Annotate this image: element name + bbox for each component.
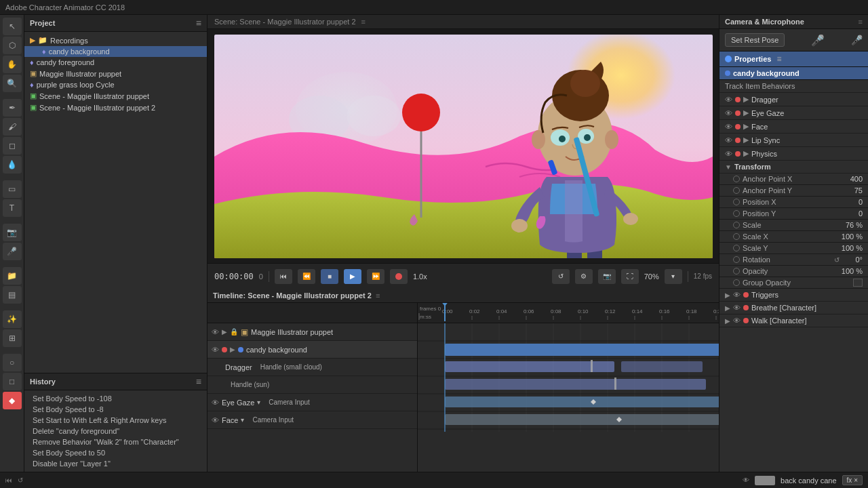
history-item-4[interactable]: Remove Behavior "Walk 2" from "Character… (24, 436, 207, 447)
settings-btn[interactable]: ⚙ (575, 269, 593, 284)
tree-item-recordings[interactable]: ▶ 📁 Recordings (24, 35, 207, 46)
eye-face2[interactable]: 👁 (725, 123, 732, 131)
face-dropdown[interactable]: ▾ (241, 416, 244, 424)
eye-bottom[interactable]: 👁 (743, 476, 749, 484)
webcam-btn[interactable]: 📷 (598, 269, 616, 284)
tool-arrow[interactable]: ↖ (3, 18, 22, 35)
tool-eyedrop[interactable]: 💧 (3, 156, 22, 174)
transform-header[interactable]: ▼ Transform (719, 161, 868, 174)
expand-candy-bg[interactable]: ▶ (230, 346, 235, 353)
tool-diamond[interactable]: ◆ (3, 392, 22, 409)
bottom-back[interactable]: ↺ (18, 476, 23, 484)
expand-face[interactable]: ▶ (743, 122, 749, 131)
properties-menu[interactable]: ≡ (776, 54, 781, 64)
tool-hand[interactable]: ✋ (3, 56, 22, 73)
eye-lipsync[interactable]: 👁 (725, 136, 732, 144)
tree-item-candy-bg[interactable]: ♦ candy background (24, 46, 207, 57)
scene-menu[interactable]: ≡ (361, 18, 366, 26)
walk-expand[interactable]: ▶ (725, 317, 730, 325)
tree-item-purple[interactable]: ♦ purple grass loop Cycle (24, 79, 207, 90)
expand-dragger[interactable]: ▶ (743, 95, 749, 104)
tool-pen[interactable]: ✒ (3, 99, 22, 117)
tool-rectangle[interactable]: ▭ (3, 180, 22, 198)
radio-rotation[interactable] (733, 256, 740, 263)
history-menu-btn[interactable]: ≡ (196, 376, 201, 387)
triggers-expand[interactable]: ▶ (725, 291, 730, 299)
skip-back-btn[interactable]: ⏮ (275, 269, 292, 284)
expand-puppet[interactable]: ▶ (222, 328, 227, 336)
rest-pose-btn[interactable]: Set Rest Pose (725, 33, 785, 47)
history-item-1[interactable]: Set Body Speed to -8 (24, 404, 207, 415)
step-back-btn[interactable]: ⏪ (298, 269, 315, 284)
radio-scale[interactable] (733, 222, 740, 228)
history-item-0[interactable]: Set Body Speed to -108 (24, 393, 207, 404)
play-btn[interactable]: ▶ (344, 269, 361, 284)
expand-eyegaze[interactable]: ▶ (743, 108, 749, 117)
eye-triggers[interactable]: 👁 (733, 291, 741, 299)
history-item-6[interactable]: Disable Layer "Layer 1" (24, 458, 207, 469)
project-menu-btn[interactable]: ≡ (196, 18, 201, 28)
timeline-menu[interactable]: ≡ (376, 291, 380, 300)
mic-icon[interactable]: 🎤 (811, 34, 825, 47)
eye-physics[interactable]: 👁 (725, 150, 732, 158)
breathe-expand[interactable]: ▶ (725, 304, 730, 312)
tool-eraser[interactable]: ◻ (3, 137, 22, 155)
fullscreen-btn[interactable]: ⛶ (621, 269, 639, 284)
record-btn[interactable] (390, 269, 408, 284)
tool-effects[interactable]: ✨ (3, 310, 22, 328)
tool-folder[interactable]: 📁 (3, 267, 22, 285)
camera-icon[interactable]: 🎤 (851, 35, 863, 45)
tool-text[interactable]: T (3, 199, 22, 217)
stop-btn[interactable]: ■ (321, 269, 338, 284)
triggers-row[interactable]: ▶ 👁 Triggers (719, 289, 868, 302)
tool-circle[interactable]: ○ (3, 354, 22, 371)
history-item-2[interactable]: Set Start to With Left & Right Arrow key… (24, 415, 207, 426)
tree-item-scene1[interactable]: ▣ Scene - Maggie Illustrator puppet (24, 90, 207, 102)
tool-puppet[interactable]: ⊞ (3, 329, 22, 347)
behavior-dragger[interactable]: 👁 ▶ Dragger (719, 93, 868, 106)
tool-brush[interactable]: 🖌 (3, 118, 22, 136)
tool-square[interactable]: □ (3, 373, 22, 390)
tool-layers[interactable]: ▤ (3, 286, 22, 304)
fx-btn[interactable]: fx × (842, 475, 863, 485)
eye-eyegaze[interactable]: 👁 (212, 399, 219, 407)
radio-pos-y[interactable] (733, 210, 740, 217)
tree-item-scene2[interactable]: ▣ Scene - Maggie Illustrator puppet 2 (24, 102, 207, 113)
eye-eyegaze2[interactable]: 👁 (725, 109, 732, 117)
radio-scale-x[interactable] (733, 233, 740, 240)
eye-breathe[interactable]: 👁 (733, 304, 741, 312)
radio-scale-y[interactable] (733, 245, 740, 251)
tool-mic[interactable]: 🎤 (3, 243, 22, 260)
behavior-lipsync[interactable]: 👁 ▶ Lip Sync (719, 134, 868, 147)
eye-walk[interactable]: 👁 (733, 317, 741, 325)
loop-btn[interactable]: ↺ (552, 269, 570, 284)
tree-item-puppet[interactable]: ▣ Maggie Illustrator puppet (24, 68, 207, 79)
tool-camera[interactable]: 📷 (3, 224, 22, 241)
history-item-3[interactable]: Delete "candy foreground" (24, 426, 207, 436)
zoom-dropdown[interactable]: ▾ (665, 269, 682, 284)
history-item-5[interactable]: Set Body Speed to 50 (24, 447, 207, 458)
transform-expand[interactable]: ▼ (725, 163, 732, 171)
expand-physics[interactable]: ▶ (743, 149, 749, 158)
behavior-eyegaze[interactable]: 👁 ▶ Eye Gaze (719, 106, 868, 120)
eye-candy-bg[interactable]: 👁 (212, 346, 219, 354)
radio-opacity[interactable] (733, 268, 740, 274)
eye-dragger[interactable]: 👁 (725, 96, 732, 104)
eye-puppet[interactable]: 👁 (212, 328, 219, 336)
walk-row[interactable]: ▶ 👁 Walk [Character] (719, 314, 868, 327)
eyegaze-dropdown[interactable]: ▾ (257, 399, 260, 406)
radio-anchor-y[interactable] (733, 187, 740, 194)
radio-pos-x[interactable] (733, 199, 740, 205)
eye-face[interactable]: 👁 (212, 416, 219, 424)
tree-item-candy-fg[interactable]: ♦ candy foreground (24, 57, 207, 68)
tool-zoom[interactable]: 🔍 (3, 75, 22, 92)
behavior-face[interactable]: 👁 ▶ Face (719, 120, 868, 134)
expand-lipsync[interactable]: ▶ (743, 136, 749, 144)
behavior-physics[interactable]: 👁 ▶ Physics (719, 147, 868, 161)
radio-group-opacity[interactable] (733, 279, 740, 286)
tool-select[interactable]: ⬡ (3, 37, 22, 54)
camera-mic-menu[interactable]: ≡ (859, 18, 863, 26)
radio-anchor-x[interactable] (733, 176, 740, 182)
step-fwd-btn[interactable]: ⏩ (367, 269, 384, 284)
breathe-row[interactable]: ▶ 👁 Breathe [Character] (719, 302, 868, 314)
